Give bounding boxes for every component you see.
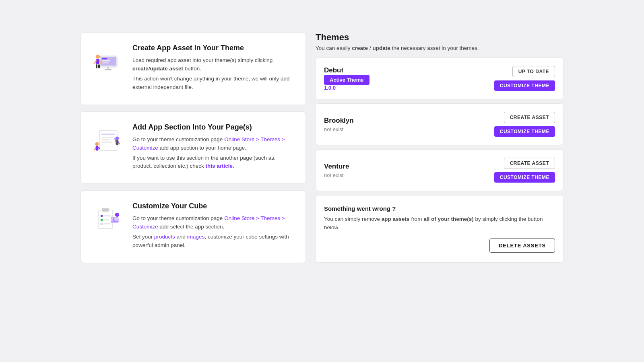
illus-create-asset: [92, 44, 124, 76]
card-customize-p2: Set your products and images, customize …: [132, 233, 294, 250]
card-create-asset: Create App Asset In Your Theme Load requ…: [80, 32, 306, 105]
btn-customize-debut[interactable]: CUSTOMIZE THEME: [494, 80, 555, 91]
theme-status-brooklyn: not exist: [324, 126, 354, 132]
link-images[interactable]: images: [187, 234, 205, 240]
card-customize-p1: Go to your theme customization page Onli…: [132, 214, 294, 231]
link-this-article[interactable]: this article: [206, 163, 233, 169]
svg-rect-23: [116, 140, 119, 145]
svg-text:+: +: [116, 214, 118, 216]
card-add-section: Add App Section Into Your Page(s) Go to …: [80, 111, 306, 184]
btn-create-asset-brooklyn[interactable]: CREATE ASSET: [504, 112, 555, 123]
svg-rect-30: [101, 219, 103, 221]
themes-subtext: You can easily create / update the neces…: [316, 45, 564, 51]
btn-delete-assets[interactable]: DELETE ASSETS: [489, 239, 555, 253]
card-add-section-p1: Go to your theme customization page Onli…: [132, 136, 294, 152]
theme-version-debut: 1.0.0: [324, 85, 369, 91]
card-add-section-p2: If you want to use this section in the a…: [132, 154, 294, 171]
themes-header: Themes You can easily create / update th…: [316, 32, 564, 51]
error-text: You can simply remove app assets from al…: [324, 215, 555, 232]
svg-rect-16: [101, 139, 110, 140]
illus-add-section: [92, 123, 124, 155]
svg-rect-17: [101, 142, 112, 143]
svg-rect-29: [104, 215, 111, 216]
card-create-asset-title: Create App Asset In Your Theme: [132, 44, 294, 52]
svg-rect-15: [101, 137, 113, 138]
svg-line-20: [94, 147, 96, 150]
theme-name-venture: Venture: [324, 162, 349, 171]
svg-point-18: [95, 142, 99, 146]
theme-info-debut: Debut Active Theme 1.0.0: [324, 66, 369, 91]
card-create-asset-content: Create App Asset In Your Theme Load requ…: [132, 44, 294, 93]
btn-customize-brooklyn[interactable]: CUSTOMIZE THEME: [494, 126, 555, 137]
svg-rect-28: [101, 215, 103, 217]
btn-up-to-date[interactable]: UP TO DATE: [512, 66, 555, 77]
svg-rect-6: [105, 69, 111, 70]
svg-rect-33: [104, 223, 110, 224]
theme-card-brooklyn: Brooklyn not exist CREATE ASSET CUSTOMIZ…: [316, 103, 564, 145]
theme-info-venture: Venture not exist: [324, 162, 349, 178]
svg-rect-32: [101, 223, 103, 225]
error-title: Something went wrong ?: [324, 205, 555, 212]
error-card: Something went wrong ? You can simply re…: [316, 195, 564, 263]
btn-create-asset-venture[interactable]: CREATE ASSET: [504, 158, 555, 169]
bold-update: update: [372, 45, 390, 51]
card-customize: + Customize Your Cube Go to your theme c…: [80, 190, 306, 263]
bold-create: create: [352, 45, 368, 51]
page-container: Create App Asset In Your Theme Load requ…: [80, 32, 564, 263]
svg-rect-14: [101, 134, 115, 135]
theme-actions-debut: UP TO DATE CUSTOMIZE THEME: [494, 66, 555, 91]
svg-rect-3: [102, 60, 110, 62]
illus-customize: +: [92, 202, 124, 234]
theme-name-debut: Debut: [324, 66, 369, 74]
svg-rect-12: [98, 64, 100, 68]
bold-create-update: create/update asset: [132, 66, 183, 72]
bold-app-assets: app assets: [382, 216, 410, 222]
theme-status-venture: not exist: [324, 172, 349, 178]
svg-rect-27: [102, 208, 109, 212]
svg-rect-8: [96, 59, 99, 64]
link-online-store-1[interactable]: Online Store > Themes > Customize: [132, 136, 285, 151]
svg-line-9: [94, 61, 96, 64]
bold-all-themes: all of your theme(s): [423, 216, 474, 222]
theme-info-brooklyn: Brooklyn not exist: [324, 117, 354, 132]
svg-point-22: [116, 136, 119, 140]
svg-rect-11: [96, 64, 97, 68]
link-online-store-2[interactable]: Online Store > Themes > Customize: [132, 215, 285, 230]
theme-card-debut: Debut Active Theme 1.0.0 UP TO DATE CUST…: [316, 58, 564, 99]
link-products[interactable]: products: [154, 234, 175, 240]
theme-actions-venture: CREATE ASSET CUSTOMIZE THEME: [494, 158, 555, 183]
svg-rect-4: [102, 62, 109, 64]
right-column: Themes You can easily create / update th…: [316, 32, 564, 263]
svg-point-7: [96, 55, 100, 59]
card-add-section-title: Add App Section Into Your Page(s): [132, 123, 294, 132]
svg-rect-19: [96, 146, 99, 150]
theme-name-brooklyn: Brooklyn: [324, 117, 354, 125]
left-column: Create App Asset In Your Theme Load requ…: [80, 32, 306, 263]
card-customize-content: Customize Your Cube Go to your theme cus…: [132, 202, 294, 251]
svg-rect-31: [104, 219, 109, 220]
card-create-asset-p2: This action won't change anything in you…: [132, 75, 294, 92]
card-add-section-content: Add App Section Into Your Page(s) Go to …: [132, 123, 294, 173]
card-create-asset-p1: Load required app asset into your theme(…: [132, 56, 294, 73]
badge-active-theme: Active Theme: [324, 75, 369, 85]
svg-rect-2: [102, 58, 107, 60]
card-customize-title: Customize Your Cube: [132, 202, 294, 210]
theme-card-venture: Venture not exist CREATE ASSET CUSTOMIZE…: [316, 149, 564, 191]
btn-customize-venture[interactable]: CUSTOMIZE THEME: [494, 172, 555, 183]
theme-actions-brooklyn: CREATE ASSET CUSTOMIZE THEME: [494, 112, 555, 137]
themes-title: Themes: [316, 32, 564, 43]
